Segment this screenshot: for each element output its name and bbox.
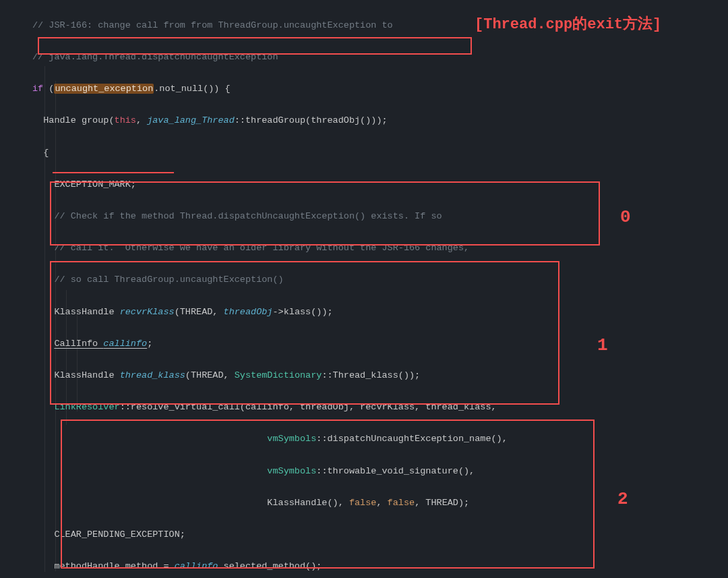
annotation-label-1: 1 [597,330,608,362]
t: methodHandle method = [54,561,174,571]
t: ->klass()); [272,307,332,317]
t: ::throwable_void_signature(), [316,466,475,476]
vmSymbols: vmSymbols [267,466,316,476]
t: (THREAD, [175,307,224,317]
false-literal: false [349,498,377,508]
brace-open: { [43,148,49,158]
comment: // JSR-166: change call from from Thread… [32,20,393,30]
t: KlassHandle(), [267,498,349,508]
t: ::dispatchUncaughtException_name(), [316,434,508,444]
t: , THREAD); [415,498,469,508]
thread-klass: thread_klass [120,370,185,380]
threadObj: threadObj [224,307,273,317]
comment: // Check if the method Thread.dispatchUn… [54,211,442,221]
clear-pending: CLEAR_PENDING_EXCEPTION; [54,529,185,540]
annotation-title: [Thread.cpp的exit方法] [475,12,661,38]
t: ::threadGroup(threadObj())); [235,115,388,125]
t: KlassHandle [54,307,119,317]
keyword-if: if [32,84,43,94]
t: Handle group( [43,115,114,125]
t: , [376,498,387,508]
callinfo-decl: CallInfo callinfo [54,339,147,349]
t: ::Thread_klass()); [322,370,420,380]
var-uncaught: uncaught_exception [54,84,154,94]
annotation-label-2: 2 [617,484,628,515]
t: (THREAD, [185,370,235,380]
LinkResolver: LinkResolver [54,402,119,412]
t: .selected_method(); [218,561,322,571]
java-lang-thread: java_lang_Thread [147,115,235,125]
false-literal: false [388,498,415,508]
vmSymbols: vmSymbols [267,434,316,444]
exception-mark: EXCEPTION_MARK; [54,179,136,190]
keyword-this: this [115,115,136,125]
comment: // so call ThreadGroup.uncaughtException… [54,274,283,285]
t: ( [43,84,54,94]
comment: // call it. Otherwise we have an older l… [54,243,469,253]
t: , [136,115,147,125]
t: ::resolve_virtual_call(callinfo, threadO… [120,402,497,412]
comment: // java.lang.Thread.dispatchUncaughtExce… [32,52,278,62]
t: .not_null()) { [154,84,230,94]
SystemDictionary: SystemDictionary [235,370,322,380]
callinfo: callinfo [175,561,218,571]
annotation-label-0: 0 [620,202,631,233]
recvrKlass: recvrKlass [120,307,175,317]
t: KlassHandle [54,370,119,380]
t: ; [147,339,152,349]
